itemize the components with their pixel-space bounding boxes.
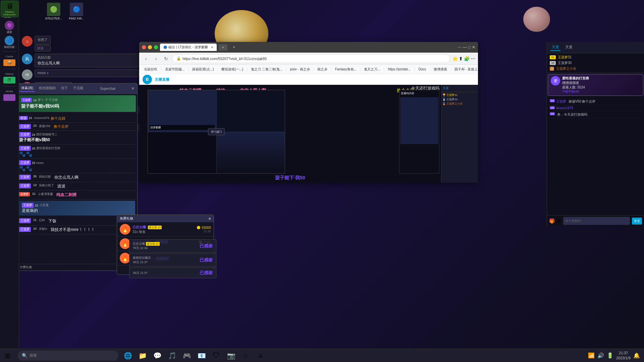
bookmark-11[interactable]: Docs (416, 67, 428, 72)
browser-maximize-win-btn[interactable]: □ (468, 45, 471, 50)
danmaku-close-btn[interactable]: ✕ (131, 86, 135, 91)
bookmark-6[interactable]: pixiv - 画之乡 (288, 66, 312, 72)
sidebar-app-bobo[interactable]: 🟣 波波 (4, 20, 15, 35)
browser-url-bar[interactable]: 🔒 https://live.bilibili.com/55207?visit_… (172, 54, 450, 63)
taskbar-date: 2023/1/9 (616, 356, 631, 360)
desktop: 🖥 Flawless Widescreen 🟢 67b127b3l... 🔵 F… (0, 0, 644, 362)
sidebar-cache-icon[interactable]: 📦 (3, 59, 15, 66)
browser-minimize-win-btn[interactable]: — (463, 45, 467, 50)
gift-level-tag-1: 徒云色 22 (148, 226, 162, 229)
taskbar-app-email[interactable]: 📧 (195, 349, 208, 362)
taskbar-right: 📶 🔊 🔋 21:37 2023/1/9 🔔 (588, 351, 644, 360)
bili-logo: B (143, 75, 152, 84)
bookmark-4[interactable]: 樱花游戏(一...) (219, 66, 245, 72)
thanked-item-3: 36元 21:37 已感谢 (129, 267, 216, 278)
sidebar-section-cache[interactable]: Cache (5, 54, 14, 59)
bili-page: B 主播直播 纯血二刺猬 波波 你怎么骂人啊 换个点评 今天还打游戏吗 (139, 74, 478, 183)
taskbar-volume-icon[interactable]: 🔊 (597, 352, 604, 359)
browser-minimize-btn[interactable] (148, 45, 152, 49)
rank-badge-2: 30 (550, 61, 556, 65)
browser-tab-1-label: 磁合 | LT游戏社 - 游梦麒麟 (168, 45, 208, 50)
gifts-close-btn[interactable]: ✕ (208, 217, 211, 221)
thanked-label-1: 已感谢 (200, 243, 213, 249)
sidebar-bobo-label: 波波 (7, 30, 12, 34)
browser-close-btn[interactable] (142, 45, 146, 49)
bookmark-7[interactable]: 画之乡 (315, 66, 329, 72)
bili-tool-settings-icon[interactable]: ⚙ (557, 218, 561, 224)
browser-refresh-btn[interactable]: ↻ (162, 55, 170, 63)
taskbar-app-music[interactable]: 🎵 (165, 349, 179, 362)
taskbar-app-steam[interactable]: ♨ (239, 349, 253, 362)
browser-share-btn[interactable]: ⬆ (459, 56, 463, 61)
danmaku-text-3: 菠子能不能v我50 (19, 137, 135, 143)
bookmark-13[interactable]: 因子AI - 直接上... (452, 66, 478, 72)
bookmark-12[interactable]: 微博搜索 (432, 66, 449, 72)
bili-chat-3: 14 来，今天还打游戏吗 (549, 111, 642, 118)
bili-input-area-mini[interactable]: 发个弹幕吧~ (563, 217, 630, 225)
browser-extensions-btn[interactable]: 🧩 (464, 56, 470, 61)
taskbar-apps: 🌐 📁 💬 🎵 🎮 📧 🛡 📷 ♨ ⚔ (121, 349, 267, 362)
msg-avatar-monx: m (22, 69, 33, 80)
browser-settings-btn[interactable]: ⋯ (458, 45, 462, 50)
danmaku-tab-active[interactable]: 千活规 (72, 85, 85, 92)
browser-tab-close[interactable]: ✕ (211, 46, 213, 49)
danmaku-tab-end[interactable]: 结下 (60, 85, 69, 92)
sc-level: 14 (33, 99, 37, 102)
msg-bubble-fengqing: 风轻闪影 你怎么骂人啊 (35, 54, 139, 67)
bili-tab-tiantong[interactable]: 天童 (550, 44, 560, 51)
taskbar-search-bar[interactable]: 🔍 搜索 (18, 351, 118, 361)
stream-bottom-overlay: 菠子能下·我50 (139, 175, 441, 181)
sidebar-app-fengqing[interactable]: 🔵 风轻闪影 (3, 35, 15, 50)
bili-send-button[interactable]: 发送 (632, 218, 642, 225)
danmaku-emoji-5: 🐾🐾 (19, 165, 135, 172)
taskbar-app-camera[interactable]: 📷 (224, 349, 238, 362)
danmaku-tab-bullet[interactable]: 弹幕(用) (20, 85, 35, 92)
browser-maximize-btn[interactable] (154, 45, 158, 49)
taskbar-app-chat[interactable]: 💬 (151, 349, 164, 362)
taskbar-app-explorer[interactable]: 📁 (136, 349, 149, 362)
bookmark-5[interactable]: 鬼之刀 二卷二卷(鬼... (249, 66, 284, 72)
sidebar-section-history[interactable]: History (5, 72, 14, 76)
danmaku-tab-fans[interactable]: 粉丝团规则 (38, 85, 57, 92)
browser-toolbar-actions: ⭐ ⬆ 🧩 ⋯ (452, 56, 475, 61)
danmaku-item-8: 加摩萝 21 小黄澤香薰 纯血二刺猬 (18, 191, 136, 199)
taskbar-battery-icon[interactable]: 🔋 (607, 352, 613, 359)
browser-lock-icon: 🔒 (176, 56, 181, 61)
bili-right-mini-chat: 天童 🏆 王菠萝31 🥈 王菠萝30 🥉 王菠萝之小谷 (441, 85, 478, 183)
danmaku-item-2: 王菠萝 23 谢逊V50 换个点评 (18, 123, 136, 131)
browser-star-btn[interactable]: ⭐ (452, 56, 458, 61)
bili-header-tab: 主播直播 (155, 77, 169, 82)
flawless-widescreen-icon[interactable]: 🖥 Flawless Widescreen (1, 1, 18, 17)
bookmark-8[interactable]: Fantasy角色... (333, 66, 359, 72)
bili-header: B 主播直播 (139, 74, 478, 85)
bookmark-1[interactable]: 仓鼠狂吃 (142, 66, 159, 72)
taskbar-app-security[interactable]: 🛡 (210, 349, 223, 362)
bili-tool-gift-icon[interactable]: 🎁 (549, 218, 555, 224)
browser-tab-1[interactable]: 🔵 磁合 | LT游戏社 - 游梦麒麟 ✕ (160, 44, 217, 51)
bookmark-9[interactable]: 鬼天之刀... (362, 66, 382, 72)
browser-tab-2[interactable]: + (219, 44, 227, 51)
taskbar-clock[interactable]: 21:37 2023/1/9 (616, 351, 631, 360)
bookmark-2[interactable]: 圣诞节院服... (163, 66, 186, 72)
browser-back-btn[interactable]: ‹ (142, 55, 150, 63)
browser-toolbar: ‹ › ↻ 🔒 https://live.bilibili.com/55207?… (139, 53, 478, 65)
nested-panel-4 (217, 132, 285, 174)
taskbar-notification-icon[interactable]: 🔔 (633, 352, 640, 359)
sidebar-section-media[interactable]: Media (5, 89, 14, 94)
sidebar-media-icon[interactable]: 🎵 (3, 94, 15, 101)
browser-forward-btn[interactable]: › (152, 55, 160, 63)
taskbar-start-btn[interactable]: ⊞ (0, 349, 15, 362)
taskbar-app-game[interactable]: 🎮 (180, 349, 194, 362)
taskbar-app-sword[interactable]: ⚔ (254, 349, 267, 362)
taskbar-app-browser[interactable]: 🌐 (121, 349, 135, 362)
right-mini-area: 直播间内容 (399, 90, 439, 174)
taskbar-wifi-icon[interactable]: 📶 (588, 352, 595, 359)
browser-close-win-btn[interactable]: ✕ (472, 45, 475, 50)
bili-tab-other[interactable]: 天童 (564, 44, 574, 51)
browser-new-tab-btn[interactable]: + (231, 44, 237, 51)
sidebar-history-icon[interactable]: ⏱ (3, 77, 15, 83)
bookmark-10[interactable]: https://portals... (386, 67, 413, 72)
browser-menu-btn[interactable]: ⋯ (471, 56, 475, 61)
bookmark-3[interactable]: 踩福彩票(点...) (190, 66, 216, 72)
thanked-item-1: 亿往尘曦 徒云色 22 76元 31:34 已感谢 (129, 239, 216, 253)
